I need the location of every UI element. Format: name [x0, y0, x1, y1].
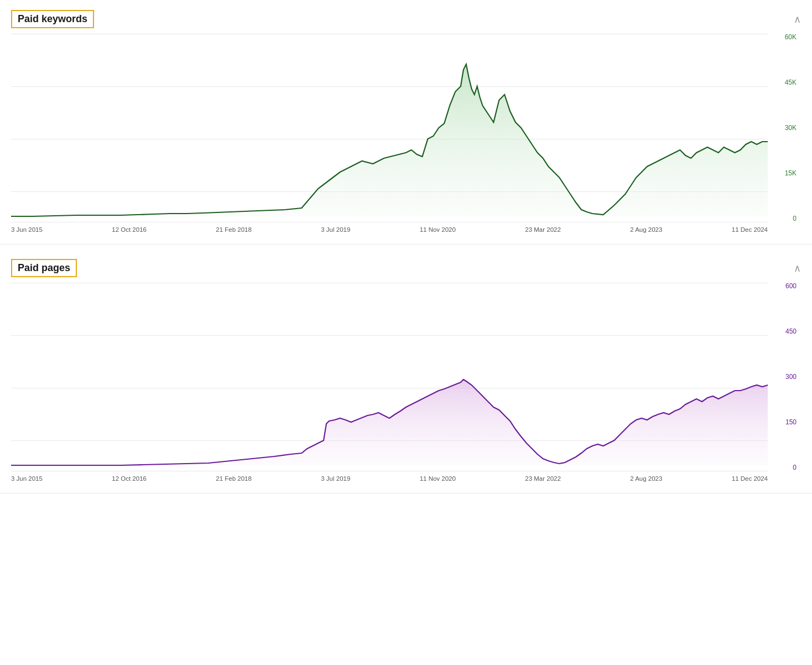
y-label-45k: 45K [785, 79, 797, 86]
paid-pages-collapse-button[interactable]: ∧ [794, 262, 801, 274]
x-label-p-dec2024: 11 Dec 2024 [732, 475, 768, 482]
keywords-area-fill [11, 64, 768, 216]
y-label-300: 300 [785, 373, 797, 380]
x-label-p-jun2015: 3 Jun 2015 [11, 475, 43, 482]
paid-pages-section: Paid pages ∧ 600 450 300 150 0 [0, 249, 812, 493]
x-label-oct2016: 12 Oct 2016 [112, 226, 147, 233]
x-label-mar2022: 23 Mar 2022 [525, 226, 561, 233]
x-label-p-feb2018: 21 Feb 2018 [216, 475, 252, 482]
x-axis-keywords: 3 Jun 2015 12 Oct 2016 21 Feb 2018 3 Jul… [11, 222, 768, 244]
y-axis-keywords: 60K 45K 30K 15K 0 [768, 34, 801, 222]
x-label-p-mar2022: 23 Mar 2022 [525, 475, 561, 482]
paid-keywords-chart: 60K 45K 30K 15K 0 3 J [11, 34, 801, 244]
pages-chart-area [11, 283, 768, 471]
x-label-p-jul2019: 3 Jul 2019 [321, 475, 350, 482]
y-label-600: 600 [785, 283, 797, 289]
pages-area-fill [11, 380, 768, 465]
paid-keywords-header: Paid keywords ∧ [11, 10, 801, 28]
y-label-0k: 0 [793, 215, 797, 222]
x-label-jun2015: 3 Jun 2015 [11, 226, 43, 233]
x-label-aug2023: 2 Aug 2023 [630, 226, 662, 233]
y-label-0p: 0 [793, 464, 797, 471]
x-label-nov2020: 11 Nov 2020 [420, 226, 456, 233]
y-label-60k: 60K [785, 34, 797, 40]
paid-pages-chart: 600 450 300 150 0 3 J [11, 283, 801, 493]
x-axis-pages: 3 Jun 2015 12 Oct 2016 21 Feb 2018 3 Jul… [11, 471, 768, 493]
y-label-15k: 15K [785, 170, 797, 176]
y-label-30k: 30K [785, 124, 797, 131]
x-label-p-aug2023: 2 Aug 2023 [630, 475, 662, 482]
paid-keywords-section: Paid keywords ∧ 60K 45K 30K 15K 0 [0, 0, 812, 245]
paid-keywords-title: Paid keywords [11, 10, 94, 28]
y-label-450: 450 [785, 328, 797, 335]
x-label-p-nov2020: 11 Nov 2020 [420, 475, 456, 482]
y-label-150: 150 [785, 419, 797, 425]
keywords-svg [11, 34, 768, 222]
paid-keywords-collapse-button[interactable]: ∧ [794, 13, 801, 25]
paid-pages-title: Paid pages [11, 259, 77, 277]
keywords-chart-area [11, 34, 768, 222]
x-label-feb2018: 21 Feb 2018 [216, 226, 252, 233]
pages-svg [11, 283, 768, 471]
x-label-p-oct2016: 12 Oct 2016 [112, 475, 147, 482]
x-label-jul2019: 3 Jul 2019 [321, 226, 350, 233]
x-label-dec2024: 11 Dec 2024 [732, 226, 768, 233]
paid-pages-header: Paid pages ∧ [11, 259, 801, 277]
y-axis-pages: 600 450 300 150 0 [768, 283, 801, 471]
